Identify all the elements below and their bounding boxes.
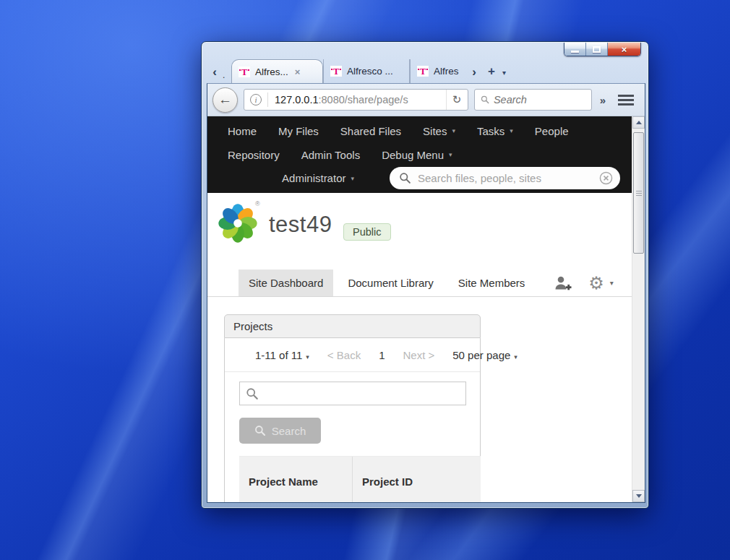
chevron-right-icon: › — [472, 65, 476, 79]
page-info-icon[interactable]: i — [250, 94, 262, 105]
browser-search-input[interactable] — [494, 94, 585, 105]
menu-hamburger-icon[interactable] — [618, 95, 634, 105]
caret-down-icon: ▾ — [452, 127, 455, 134]
project-search-input[interactable] — [263, 388, 460, 400]
nav-item-shared-files[interactable]: Shared Files — [330, 125, 412, 137]
browser-tab-3[interactable]: T Alfres — [410, 59, 466, 83]
paginator-back-button[interactable]: < Back — [327, 349, 361, 361]
nav-item-tasks[interactable]: Tasks▾ — [466, 125, 524, 137]
telekom-favicon: T — [417, 66, 429, 77]
tab-site-dashboard[interactable]: Site Dashboard — [239, 270, 333, 296]
nav-item-people[interactable]: People — [524, 125, 580, 137]
tab-label: Alfresco ... — [347, 66, 393, 77]
reload-button[interactable]: ↻ — [446, 90, 468, 110]
projects-table-header: Project Name Project ID — [239, 456, 481, 502]
tab-label: Alfres... — [255, 66, 288, 77]
caret-down-icon: ▾ — [514, 353, 518, 361]
tab-site-members[interactable]: Site Members — [448, 270, 536, 296]
new-tab-button[interactable]: + — [482, 64, 501, 83]
projects-dashlet: Projects 1-11 of 11▾ < Back 1 Next > 50 … — [224, 314, 481, 502]
arrow-up-icon — [636, 121, 642, 124]
telekom-favicon: T — [239, 66, 250, 77]
minimize-button[interactable] — [564, 43, 586, 56]
window-controls: × — [564, 43, 641, 56]
nav-label: Tasks — [477, 125, 504, 137]
project-search-button[interactable]: Search — [239, 418, 321, 444]
navbar-row-2: Repository Admin Tools Debug Menu▾ — [207, 143, 632, 167]
paginator-current-page[interactable]: 1 — [379, 349, 385, 361]
nav-label: Repository — [228, 149, 280, 161]
back-arrow-icon: ← — [218, 92, 232, 108]
paginator-page-size-dropdown[interactable]: 50 per page▾ — [452, 349, 518, 361]
alfresco-logo — [215, 197, 261, 249]
browser-tab-1[interactable]: T Alfres... × — [231, 59, 323, 83]
paginator-page-size: 50 per page — [452, 349, 510, 361]
tab-close-icon[interactable]: × — [295, 66, 301, 77]
maximize-icon — [593, 46, 601, 53]
browser-window: × ‹ . T Alfres... × T Alfresco ... T Alf… — [201, 41, 649, 509]
paginator-next-button[interactable]: Next > — [403, 349, 434, 361]
clipped-tab-fragment[interactable]: . — [223, 64, 231, 83]
back-button[interactable]: ← — [212, 87, 238, 113]
global-search-input[interactable] — [418, 172, 593, 184]
chevron-left-icon: ‹ — [212, 65, 217, 79]
vertical-scrollbar[interactable] — [632, 116, 645, 502]
nav-label: Debug Menu — [382, 149, 444, 161]
caret-down-icon: ▾ — [449, 151, 452, 158]
titlebar[interactable]: × ‹ . T Alfres... × T Alfresco ... T Alf… — [207, 42, 645, 83]
nav-label: People — [535, 125, 569, 137]
gear-icon[interactable]: ⚙ — [588, 275, 604, 292]
alfresco-page: Home My Files Shared Files Sites▾ Tasks▾… — [207, 116, 632, 502]
dashlet-body: 1-11 of 11▾ < Back 1 Next > 50 per page▾ — [224, 338, 481, 502]
toolbar-overflow-button[interactable]: » — [598, 94, 608, 106]
column-header-project-name[interactable]: Project Name — [239, 457, 353, 502]
user-label: Administrator — [282, 172, 345, 184]
caret-down-icon: ▾ — [510, 127, 513, 134]
url-text[interactable]: 127.0.0.1:8080/share/page/s — [268, 94, 446, 105]
nav-item-admin-tools[interactable]: Admin Tools — [291, 149, 371, 161]
navbar-row-1: Home My Files Shared Files Sites▾ Tasks▾… — [207, 119, 632, 143]
nav-item-sites[interactable]: Sites▾ — [412, 125, 466, 137]
nav-item-debug-menu[interactable]: Debug Menu▾ — [371, 149, 463, 161]
add-user-icon[interactable] — [554, 275, 572, 291]
arrow-down-icon — [636, 494, 642, 498]
tab-strip: ‹ . T Alfres... × T Alfresco ... T Alfre… — [207, 58, 645, 83]
search-icon — [481, 95, 489, 105]
caret-down-icon[interactable]: ▾ — [610, 279, 614, 287]
nav-label: Shared Files — [340, 125, 401, 137]
nav-item-repository[interactable]: Repository — [217, 149, 291, 161]
project-search-box[interactable] — [239, 382, 466, 405]
clear-search-icon[interactable] — [599, 171, 613, 185]
nav-label: My Files — [278, 125, 319, 137]
tab-document-library[interactable]: Document Library — [338, 270, 443, 296]
site-title: test49 — [269, 212, 332, 238]
url-host: 127.0.0.1 — [275, 94, 318, 105]
search-icon — [399, 172, 411, 184]
scroll-up-button[interactable] — [632, 116, 645, 129]
paginator: 1-11 of 11▾ < Back 1 Next > 50 per page▾ — [225, 338, 557, 371]
navbar-row-3: Administrator▾ — [207, 166, 632, 190]
scrollbar-track[interactable] — [632, 129, 645, 490]
caret-down-icon: ▾ — [306, 353, 309, 361]
tab-scroll-left-button[interactable]: ‹ — [207, 61, 223, 83]
search-icon — [246, 387, 259, 400]
nav-item-my-files[interactable]: My Files — [267, 125, 330, 137]
maximize-button[interactable] — [586, 43, 608, 56]
tab-scroll-right-button[interactable]: › — [466, 61, 482, 83]
browser-search-box[interactable] — [474, 89, 592, 111]
user-menu-administrator[interactable]: Administrator▾ — [271, 172, 365, 184]
browser-tab-2[interactable]: T Alfresco ... — [323, 59, 410, 83]
paginator-range-dropdown[interactable]: 1-11 of 11▾ — [255, 349, 309, 361]
dashlet-title[interactable]: Projects — [224, 314, 481, 338]
scroll-down-button[interactable] — [632, 490, 645, 502]
url-bar[interactable]: i 127.0.0.1:8080/share/page/s ↻ — [244, 89, 468, 111]
tab-label: Alfres — [434, 66, 459, 77]
nav-label: Home — [228, 125, 257, 137]
column-header-project-id[interactable]: Project ID — [353, 457, 481, 502]
scrollbar-thumb[interactable] — [633, 132, 644, 254]
nav-item-home[interactable]: Home — [217, 125, 267, 137]
registered-mark: ® — [255, 200, 260, 207]
tab-list-dropdown[interactable]: ▾ — [501, 69, 509, 83]
close-button[interactable]: × — [608, 43, 640, 56]
global-search-box[interactable] — [390, 167, 620, 189]
